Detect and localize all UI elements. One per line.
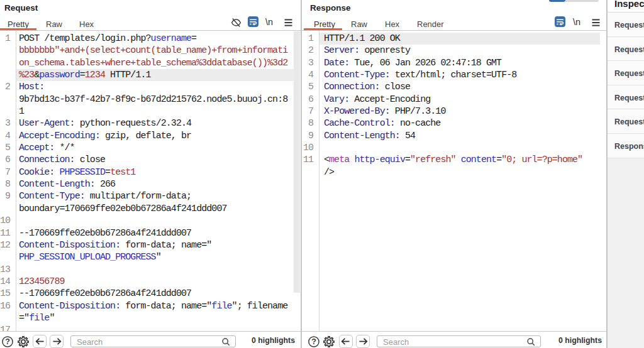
svg-text:?: ?	[311, 337, 316, 346]
svg-text:?: ?	[5, 337, 10, 346]
